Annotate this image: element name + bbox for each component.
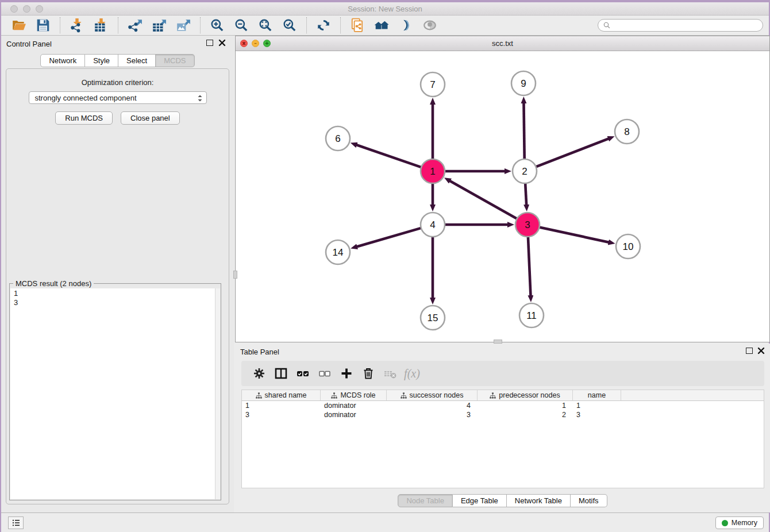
home-icon[interactable] [373,17,390,33]
column-label: MCDS role [340,391,375,399]
graphics-details-icon[interactable] [397,17,414,33]
network-graph[interactable]: 7968124314101511 [236,51,769,342]
zoom-out-icon[interactable] [233,17,250,33]
import-network-icon[interactable] [68,17,86,33]
tab-network[interactable]: Network [40,54,85,67]
panel-splitter-grip[interactable] [233,271,237,279]
node-3[interactable]: 3 [515,213,540,237]
edge-4-14[interactable] [356,228,421,247]
node-15[interactable]: 15 [421,306,445,330]
node-2[interactable]: 2 [513,159,537,183]
tab-mcds[interactable]: MCDS [156,54,194,67]
tab-edge-table[interactable]: Edge Table [453,494,507,507]
cell-shared-name[interactable]: 1 [242,401,321,410]
node-14[interactable]: 14 [326,240,350,264]
tab-select[interactable]: Select [118,54,156,67]
zoom-in-icon[interactable] [209,17,226,33]
node-4[interactable]: 4 [421,213,445,237]
svg-text:1: 1 [430,166,435,177]
birds-eye-icon[interactable] [421,17,438,33]
float-panel-icon[interactable] [206,40,213,46]
close-table-panel-icon[interactable] [757,347,765,354]
node-11[interactable]: 11 [519,303,544,327]
clone-network-icon[interactable] [349,17,366,33]
result-scrollbar[interactable] [215,288,220,499]
column-header-name[interactable]: name [573,390,621,400]
import-table-icon[interactable] [93,17,110,33]
cell-name[interactable]: 3 [573,410,621,419]
edge-3-11[interactable] [528,237,531,296]
gear-icon[interactable] [249,365,269,382]
column-header-predecessor-nodes[interactable]: predecessor nodes [478,390,573,400]
table-panel-header: Table Panel [235,344,770,360]
cell-successor-nodes[interactable]: 4 [387,401,478,410]
control-panel-title: Control Panel [6,40,52,48]
search-icon [603,21,611,29]
network-canvas[interactable]: 7968124314101511 [236,51,769,342]
edge-1-6[interactable] [356,145,421,167]
node-8[interactable]: 8 [615,119,639,144]
search-input[interactable] [613,21,758,30]
run-mcds-button[interactable]: Run MCDS [55,111,113,125]
zoom-selected-icon[interactable] [281,17,298,33]
memory-button[interactable]: Memory [715,516,764,529]
close-panel-icon[interactable] [218,39,226,47]
column-header-shared-name[interactable]: shared name [242,390,321,400]
mcds-result-line: 1 [10,288,220,298]
table-row[interactable]: 1dominator411 [242,401,764,410]
node-9[interactable]: 9 [511,71,536,95]
delete-column-icon[interactable] [359,365,378,382]
node-10[interactable]: 10 [616,234,640,259]
edge-3-10[interactable] [540,227,610,242]
column-header-MCDS-role[interactable]: MCDS role [321,390,387,400]
column-label: predecessor nodes [499,391,560,399]
tab-node-table[interactable]: Node Table [398,494,453,507]
node-6[interactable]: 6 [326,126,350,151]
refresh-icon[interactable] [315,17,332,33]
table-row[interactable]: 3dominator323 [242,410,764,419]
deselect-all-columns-icon[interactable] [315,365,334,382]
export-image-icon[interactable] [175,17,192,33]
export-table-icon[interactable] [151,17,168,33]
cell-successor-nodes[interactable]: 3 [387,410,478,419]
cell-MCDS-role[interactable]: dominator [321,410,387,419]
column-header-successor-nodes[interactable]: successor nodes [387,390,478,400]
search-box[interactable] [598,19,763,32]
add-column-icon[interactable] [337,365,356,382]
cell-predecessor-nodes[interactable]: 1 [478,401,573,410]
delete-table-icon[interactable] [380,365,400,382]
tab-motifs[interactable]: Motifs [571,494,607,507]
save-session-icon[interactable] [34,17,52,33]
cell-name[interactable]: 1 [573,401,621,410]
column-namespace-icon [331,392,337,399]
criterion-dropdown[interactable]: strongly connected component [29,91,207,104]
cell-predecessor-nodes[interactable]: 2 [478,410,573,419]
edge-2-3[interactable] [525,183,526,206]
control-panel: Control Panel NetworkStyleSelectMCDS Opt… [1,36,234,512]
mcds-result-group: MCDS result (2 nodes) 13 [9,283,221,500]
close-panel-button[interactable]: Close panel [121,111,180,125]
edge-2-9[interactable] [523,102,524,159]
edge-2-8[interactable] [536,138,610,167]
cell-shared-name[interactable]: 3 [242,410,321,419]
select-all-columns-icon[interactable] [293,365,313,382]
export-network-icon[interactable] [126,17,144,33]
tab-style[interactable]: Style [85,54,118,67]
view-splitter-grip[interactable] [494,340,502,344]
open-session-icon[interactable] [10,17,28,33]
svg-text:15: 15 [428,313,438,323]
tab-network-table[interactable]: Network Table [507,494,571,507]
function-builder-icon[interactable]: f(x) [402,365,422,382]
split-columns-icon[interactable] [271,365,291,382]
cell-MCDS-role[interactable]: dominator [321,401,387,410]
app-titlebar[interactable]: Session: New Session [1,2,769,16]
float-table-panel-icon[interactable] [746,348,753,354]
task-history-button[interactable] [8,516,24,529]
network-window-titlebar[interactable]: x – + scc.txt [236,36,769,51]
node-7[interactable]: 7 [421,72,445,97]
mcds-result-list[interactable]: 13 [10,288,220,499]
edge-3-1[interactable] [449,180,517,218]
node-1[interactable]: 1 [421,159,445,183]
control-panel-header: Control Panel [1,36,234,52]
zoom-fit-icon[interactable] [257,17,274,33]
